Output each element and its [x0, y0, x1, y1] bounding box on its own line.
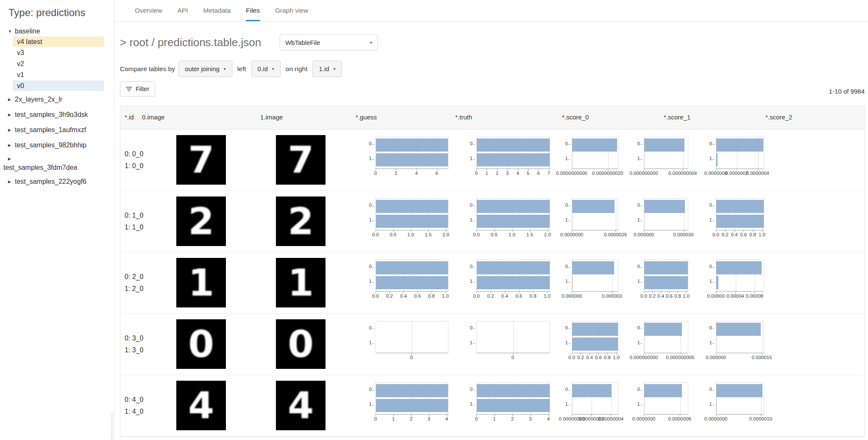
- column-header-1-image[interactable]: 1.image: [260, 113, 283, 121]
- column-header-score-1[interactable]: *.score_1: [664, 113, 690, 121]
- right-key-select[interactable]: 1.id ▾: [312, 61, 342, 77]
- bar: [572, 276, 573, 289]
- caret-right-icon[interactable]: ▶: [8, 97, 15, 102]
- y-tick-label: 0: [369, 202, 372, 208]
- x-axis: 01234: [476, 415, 549, 422]
- column-header-id[interactable]: *.id: [125, 113, 134, 121]
- y-tick-label: 1: [709, 401, 712, 407]
- column-header-guess[interactable]: *.guess: [356, 113, 377, 121]
- tab-overview[interactable]: Overview: [135, 0, 162, 21]
- tab-graph-view[interactable]: Graph view: [275, 0, 308, 21]
- mnist-digit-image[interactable]: 2: [176, 196, 226, 246]
- mnist-digit-image[interactable]: 7: [176, 135, 226, 185]
- x-tick-label: 0.00000: [707, 293, 725, 299]
- sidebar-item-test-samples-3h9o3dsk[interactable]: ▶test_samples_3h9o3dsk: [0, 110, 114, 120]
- x-tick-label: 0.2: [649, 293, 656, 299]
- plot-area: [376, 198, 448, 230]
- x-tick-label: 6: [435, 171, 438, 176]
- file-type-select[interactable]: WbTableFile ▾: [280, 34, 378, 50]
- mnist-digit-image[interactable]: 1: [176, 258, 226, 307]
- x-tick-label: 1.0: [613, 355, 620, 360]
- bar: [716, 276, 718, 289]
- x-axis: 0: [376, 353, 448, 361]
- score-1-bar-chart: 010.0000000000.000000005: [634, 321, 688, 353]
- caret-right-icon[interactable]: ▶: [8, 113, 15, 117]
- plot-area: [476, 260, 550, 292]
- sidebar-item-test-samples-3fdm7dea[interactable]: test_samples_3fdm7dea: [3, 164, 114, 172]
- caret-down-icon[interactable]: ▼: [8, 29, 15, 33]
- sidebar-item-v0[interactable]: v0: [13, 80, 104, 91]
- caret-right-icon[interactable]: ▶: [8, 180, 15, 184]
- x-tick-label: 0.0000000: [632, 416, 655, 421]
- bar: [716, 215, 764, 228]
- breadcrumb[interactable]: > root / predictions.table.json: [120, 36, 261, 49]
- column-header-score-2[interactable]: *.score_2: [765, 113, 792, 121]
- sidebar-item-test-samples-222yogf6[interactable]: ▶test_samples_222yogf6: [0, 177, 114, 187]
- caret-right-icon[interactable]: ▶: [8, 143, 15, 147]
- sidebar-item-v2[interactable]: v2: [13, 58, 104, 69]
- x-axis: 0.0000000000.000000005: [644, 353, 687, 361]
- tab-metadata[interactable]: Metadata: [203, 0, 231, 21]
- bar: [644, 276, 688, 289]
- y-tick-label: 1: [470, 217, 473, 222]
- caret-right-icon[interactable]: ▶: [8, 128, 15, 132]
- sidebar-item-v4-latest[interactable]: v4 latest: [13, 36, 104, 47]
- truth-bar-chart: 0101234: [466, 382, 550, 415]
- file-type-value: WbTableFile: [285, 39, 320, 46]
- y-axis: 01: [365, 198, 375, 230]
- mnist-digit-image[interactable]: 4: [276, 381, 326, 430]
- x-axis: 0.00.20.40.60.81.0: [572, 353, 618, 361]
- mnist-digit-image[interactable]: 1: [276, 258, 326, 307]
- join-type-select[interactable]: outer joining ▾: [178, 61, 232, 77]
- sidebar-item-test-samples-1aufmxzf[interactable]: ▶test_samples_1aufmxzf: [0, 125, 114, 135]
- sidebar-item-2x-layers-2x-lr[interactable]: ▶2x_layers_2x_lr: [0, 94, 114, 105]
- bar: [572, 338, 618, 351]
- x-tick-label: 0.6: [740, 232, 747, 237]
- x-tick-label: 0.5: [491, 232, 498, 237]
- plot-area: [716, 198, 764, 230]
- mnist-digit-image[interactable]: 7: [276, 135, 326, 185]
- x-tick-label: 1.0: [407, 232, 414, 237]
- caret-right-icon[interactable]: ▶: [8, 157, 15, 161]
- x-tick-label: 0.000000: [706, 355, 726, 360]
- column-header-score-0[interactable]: *.score_0: [562, 113, 589, 121]
- truth-bar-chart: 010: [466, 321, 550, 353]
- sidebar-item-v3[interactable]: v3: [13, 47, 104, 58]
- y-tick-label: 1: [369, 401, 372, 407]
- mnist-digit-image[interactable]: 4: [176, 381, 226, 430]
- on-right-label: on right: [286, 65, 308, 73]
- x-tick-label: 1: [493, 416, 495, 421]
- y-axis: 01: [365, 321, 375, 352]
- x-tick-label: 0.000015: [751, 355, 772, 360]
- tab-api[interactable]: API: [178, 0, 188, 21]
- left-key-select[interactable]: 0.id ▾: [251, 61, 281, 77]
- column-header-truth[interactable]: *.truth: [455, 113, 472, 121]
- x-tick-label: 1.0: [544, 293, 551, 299]
- guess-bar-chart: 010: [365, 321, 448, 353]
- x-tick-label: 0.0000000: [704, 171, 727, 176]
- bar: [376, 215, 448, 228]
- table-row: 0: 2_0 1: 2_011010.00.20.40.60.81.0010.0…: [120, 252, 865, 314]
- tab-files[interactable]: Files: [246, 0, 260, 21]
- filter-button[interactable]: Filter: [120, 81, 155, 97]
- sidebar-item-v1[interactable]: v1: [13, 69, 104, 80]
- mnist-digit-image[interactable]: 0: [276, 319, 326, 369]
- guess-bar-chart: 010.00.51.01.52.0: [365, 198, 448, 230]
- digit-glyph: 0: [188, 326, 214, 363]
- bar: [477, 138, 550, 152]
- x-axis: 0.000000.000040.00008: [716, 292, 763, 299]
- sidebar-item-test-samples-982bhhip[interactable]: ▶test_samples_982bhhip: [0, 140, 114, 150]
- x-axis: 0.000000000.000000020.00000004: [572, 415, 618, 422]
- mnist-digit-image[interactable]: 0: [176, 319, 226, 369]
- mnist-digit-image[interactable]: 2: [276, 196, 326, 246]
- y-tick-label: 0: [637, 141, 640, 146]
- chevron-down-icon: ▾: [272, 66, 274, 71]
- y-axis: 01: [466, 137, 476, 168]
- plot-area: [644, 382, 688, 415]
- plot-area: [572, 321, 618, 353]
- score-1-bar-chart: 010.0000000.000030: [634, 198, 688, 230]
- bar: [572, 323, 618, 336]
- sidebar-item-baseline[interactable]: ▼baseline: [0, 26, 114, 36]
- column-header-0-image[interactable]: 0.image: [142, 113, 164, 121]
- join-type-value: outer joining: [185, 65, 220, 72]
